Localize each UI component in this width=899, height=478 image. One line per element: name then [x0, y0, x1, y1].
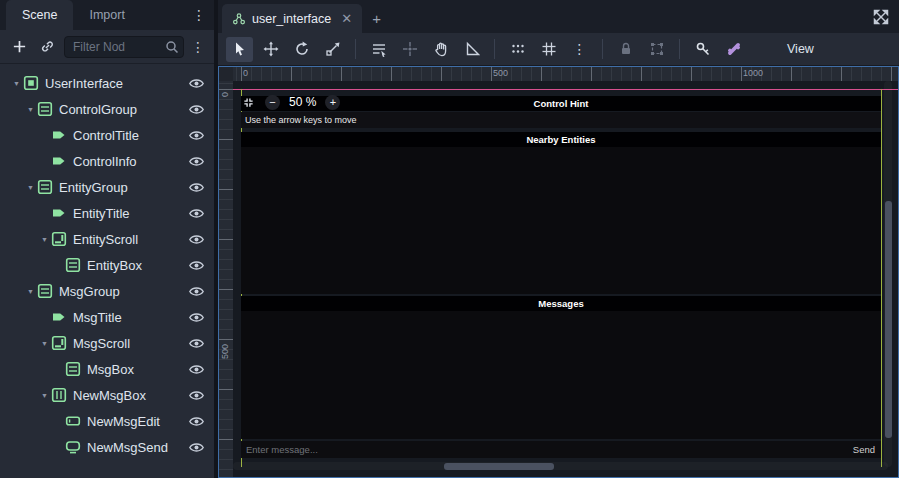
nearby-entities-title-bar: Nearby Entities [241, 132, 881, 147]
messages-panel [241, 311, 881, 439]
tree-node-label: ControlGroup [59, 102, 137, 117]
visibility-eye-icon[interactable] [188, 101, 205, 118]
snap-options-dots-icon[interactable]: ⋮ [566, 37, 593, 62]
scene-node-icon [232, 12, 246, 26]
lock-icon[interactable] [612, 37, 639, 62]
expand-arrow-icon[interactable]: ▼ [38, 340, 51, 347]
vbox-icon [37, 179, 53, 195]
tree-node-label: MsgGroup [59, 284, 120, 299]
visibility-eye-icon[interactable] [188, 309, 205, 326]
zoom-out-button[interactable]: − [265, 95, 280, 110]
line-edit-icon [65, 413, 81, 429]
tree-node-label: NewMsgBox [73, 388, 146, 403]
tree-node-newmsgedit[interactable]: NewMsgEdit [0, 408, 214, 434]
tree-node-controlgroup[interactable]: ▼ControlGroup [0, 96, 214, 122]
tree-node-msgbox[interactable]: MsgBox [0, 356, 214, 382]
tree-node-controltitle[interactable]: ControlTitle [0, 122, 214, 148]
instance-scene-button[interactable] [36, 36, 58, 58]
label-icon [51, 127, 67, 143]
close-tab-icon[interactable]: ✕ [341, 11, 352, 26]
control-hint-title: Control Hint [534, 98, 589, 109]
tab-scene[interactable]: Scene [6, 0, 73, 30]
expand-arrow-icon[interactable]: ▼ [38, 392, 51, 399]
label-icon [51, 205, 67, 221]
tree-node-label: NewMsgEdit [87, 414, 160, 429]
new-scene-tab-button[interactable]: + [362, 4, 391, 33]
tree-node-label: MsgTitle [73, 310, 122, 325]
bone-icon[interactable] [720, 37, 747, 62]
horizontal-scrollbar-thumb[interactable] [444, 463, 554, 470]
tree-node-userinterface[interactable]: ▼UserInterface [0, 70, 214, 96]
visibility-eye-icon[interactable] [188, 361, 205, 378]
visibility-eye-icon[interactable] [188, 387, 205, 404]
scroll-icon [51, 335, 67, 351]
expand-arrow-icon[interactable]: ▼ [10, 80, 23, 87]
tree-node-msgscroll[interactable]: ▼MsgScroll [0, 330, 214, 356]
expand-arrow-icon[interactable]: ▼ [24, 184, 37, 191]
tree-node-entitygroup[interactable]: ▼EntityGroup [0, 174, 214, 200]
visibility-eye-icon[interactable] [188, 127, 205, 144]
dock-tab-bar: Scene Import ⋮ [0, 0, 214, 30]
expand-arrow-icon[interactable]: ▼ [38, 236, 51, 243]
canvas-toolbar: ⋮ View [218, 33, 899, 66]
tree-menu-dots-icon[interactable]: ⋮ [190, 39, 206, 55]
zoom-level[interactable]: 50 % [289, 95, 316, 109]
distraction-free-icon[interactable] [872, 8, 890, 26]
visibility-eye-icon[interactable] [188, 257, 205, 274]
skeleton-options-icon[interactable] [689, 37, 716, 62]
smart-snap-icon[interactable] [504, 37, 531, 62]
select-tool-icon[interactable] [226, 37, 253, 62]
visibility-eye-icon[interactable] [188, 179, 205, 196]
messages-title-bar: Messages [241, 296, 881, 311]
selectable-list-icon[interactable] [365, 37, 392, 62]
label-icon [51, 153, 67, 169]
visibility-eye-icon[interactable] [188, 439, 205, 456]
visibility-eye-icon[interactable] [188, 205, 205, 222]
scale-tool-icon[interactable] [319, 37, 346, 62]
vertical-scrollbar-thumb[interactable] [885, 201, 892, 438]
tree-node-msggroup[interactable]: ▼MsgGroup [0, 278, 214, 304]
visibility-eye-icon[interactable] [188, 413, 205, 430]
tree-node-label: MsgScroll [73, 336, 130, 351]
ruler-label: 0 [243, 68, 248, 78]
ruler-icon[interactable] [458, 37, 485, 62]
message-input[interactable]: Enter message... [241, 444, 847, 455]
tree-node-entitybox[interactable]: EntityBox [0, 252, 214, 278]
dock-menu-dots-icon[interactable]: ⋮ [190, 0, 208, 30]
tree-node-entitytitle[interactable]: EntityTitle [0, 200, 214, 226]
visibility-eye-icon[interactable] [188, 283, 205, 300]
ruler-corner [219, 67, 233, 81]
tree-node-newmsgbox[interactable]: ▼NewMsgBox [0, 382, 214, 408]
vertical-ruler: 0 500 [219, 81, 233, 477]
expand-arrow-icon[interactable]: ▼ [24, 106, 37, 113]
move-tool-icon[interactable] [257, 37, 284, 62]
tab-import[interactable]: Import [73, 0, 140, 30]
scene-tree: ▼UserInterface▼ControlGroupControlTitleC… [0, 64, 214, 460]
center-view-icon[interactable] [241, 95, 256, 110]
scene-tab-user-interface[interactable]: user_interface ✕ [222, 4, 362, 33]
pivot-icon[interactable] [396, 37, 423, 62]
label-icon [51, 309, 67, 325]
add-node-button[interactable] [8, 36, 30, 58]
visibility-eye-icon[interactable] [188, 153, 205, 170]
group-icon[interactable] [643, 37, 670, 62]
tree-node-entityscroll[interactable]: ▼EntityScroll [0, 226, 214, 252]
zoom-in-button[interactable]: + [325, 95, 340, 110]
anchor-line-right [881, 89, 882, 467]
expand-arrow-icon[interactable]: ▼ [24, 288, 37, 295]
tree-node-newmsgsend[interactable]: NewMsgSend [0, 434, 214, 460]
rotate-tool-icon[interactable] [288, 37, 315, 62]
visibility-eye-icon[interactable] [188, 231, 205, 248]
control-hint-text-row: Use the arrow keys to move [241, 112, 881, 128]
tree-node-controlinfo[interactable]: ControlInfo [0, 148, 214, 174]
canvas-2d[interactable]: Control Hint Use the arrow keys to move … [233, 81, 898, 477]
view-menu-button[interactable]: View [777, 39, 824, 59]
pan-icon[interactable] [427, 37, 454, 62]
ruler-label: 500 [220, 344, 230, 359]
horizontal-scrollbar-track[interactable] [233, 462, 888, 470]
grid-snap-icon[interactable] [535, 37, 562, 62]
visibility-eye-icon[interactable] [188, 75, 205, 92]
send-button[interactable]: Send [847, 444, 881, 455]
tree-node-msgtitle[interactable]: MsgTitle [0, 304, 214, 330]
visibility-eye-icon[interactable] [188, 335, 205, 352]
